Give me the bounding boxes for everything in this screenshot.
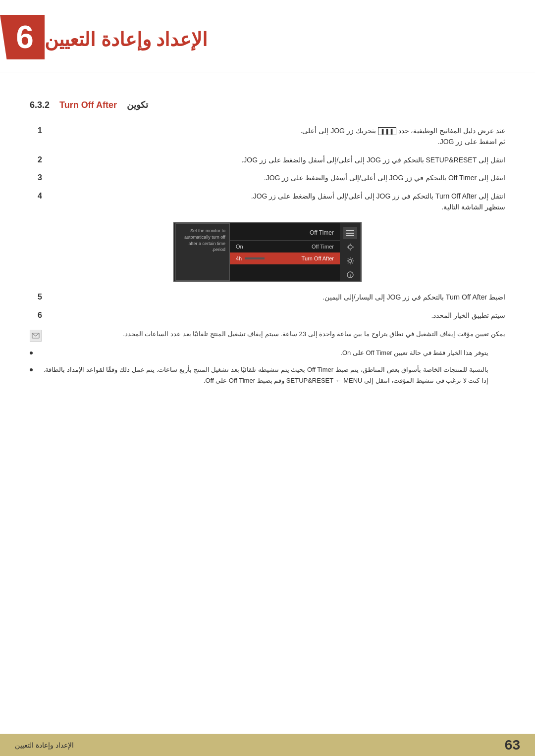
page-header: الإعداد وإعادة التعيين 6 [0, 0, 535, 69]
note-1-text: يمكن تعيين مؤقت إيقاف التشغيل في نطاق يت… [47, 329, 505, 340]
monitor-ui: i Off Timer Off Timer On Turn Off After [173, 222, 362, 282]
bullet-dot-3 [30, 368, 33, 371]
note-3-text: بالنسبة للمنتجات الخاصة بأسواق بعض المنا… [38, 364, 488, 386]
step-2-text: انتقل إلى SETUP&RESET بالتحكم في زر JOG … [48, 154, 505, 165]
monitor-sidebar: i [340, 223, 361, 281]
menu-item-off-timer: Off Timer On [230, 241, 340, 252]
step-number-3: 3 [30, 172, 42, 182]
menu-item-off-timer-label: Off Timer [312, 244, 334, 250]
menu-item-turn-off-after: Turn Off After 4h [230, 252, 340, 264]
step-4-text: انتقل إلى Turn Off After بالتحكم في زر J… [48, 191, 505, 213]
menu-header: Off Timer [230, 227, 340, 241]
chapter-number: 6 [16, 19, 34, 55]
content-area: عند عرض دليل المفاتيح الوظيفية، حدد ❚❚❚ … [0, 120, 535, 404]
chapter-number-box: 6 [0, 15, 45, 59]
step-4: انتقل إلى Turn Off After بالتحكم في زر J… [30, 191, 505, 213]
section-heading: تكوين Turn Off After 6.3.2 [0, 85, 535, 120]
menu-item-off-timer-value: On [236, 244, 243, 250]
step-number-4: 4 [30, 191, 42, 201]
monitor-screenshot: i Off Timer Off Timer On Turn Off After [163, 222, 372, 282]
chapter-title: الإعداد وإعادة التعيين [45, 24, 217, 50]
step-number-2: 2 [30, 154, 42, 164]
sidebar-icon-menu [343, 227, 357, 239]
section-number: 6.3.2 [30, 100, 50, 110]
svg-point-8 [349, 259, 352, 262]
note-icon-1 [30, 330, 42, 342]
svg-rect-2 [346, 235, 354, 236]
note-2-text: يتوفر هذا الخيار فقط في حالة تعيين Off T… [38, 348, 488, 358]
footer-title: الإعداد وإعادة التعيين [15, 741, 74, 749]
svg-text:i: i [349, 273, 350, 278]
step-2: انتقل إلى SETUP&RESET بالتحكم في زر JOG … [30, 154, 505, 165]
step-5: اضبط Turn Off After بالتحكم في زر JOG إل… [30, 292, 505, 302]
menu-item-turn-off-after-label: Turn Off After [302, 255, 334, 261]
step-6: سيتم تطبيق الخيار المحدد. 6 [30, 310, 505, 321]
svg-rect-1 [346, 233, 354, 234]
step-6-text: سيتم تطبيق الخيار المحدد. [48, 310, 505, 321]
step-3: انتقل إلى Off Timer بالتحكم في زر JOG إل… [30, 172, 505, 183]
step-5-text: اضبط Turn Off After بالتحكم في زر JOG إل… [48, 292, 505, 302]
section-title-ar: تكوين [127, 100, 148, 110]
monitor-tooltip: Set the monitor to automatically turn of… [175, 223, 230, 281]
sidebar-icon-brightness [343, 241, 357, 253]
sidebar-icon-settings [343, 255, 357, 267]
step-number-5: 5 [30, 292, 42, 302]
step-3-text: انتقل إلى Off Timer بالتحكم في زر JOG إل… [48, 172, 505, 183]
menu-item-turn-off-after-value: 4h [236, 255, 242, 261]
notes-section: يمكن تعيين مؤقت إيقاف التشغيل في نطاق يت… [30, 329, 505, 386]
page-footer: 63 الإعداد وإعادة التعيين [0, 734, 535, 756]
step-number-6: 6 [30, 310, 42, 320]
note-3: بالنسبة للمنتجات الخاصة بأسواق بعض المنا… [30, 364, 505, 386]
svg-rect-0 [346, 230, 354, 231]
sidebar-icon-info: i [343, 269, 357, 281]
svg-point-3 [348, 245, 352, 249]
step-1: عند عرض دليل المفاتيح الوظيفية، حدد ❚❚❚ … [30, 125, 505, 148]
monitor-menu: Off Timer Off Timer On Turn Off After 4h [230, 223, 340, 281]
section-title-en: Turn Off After [59, 100, 117, 110]
note-1: يمكن تعيين مؤقت إيقاف التشغيل في نطاق يت… [30, 329, 505, 342]
progress-bar [245, 257, 274, 259]
step-1-text: عند عرض دليل المفاتيح الوظيفية، حدد ❚❚❚ … [48, 125, 505, 148]
bullet-dot-2 [30, 352, 33, 354]
footer-page-number: 63 [505, 737, 520, 753]
menu-item-turn-off-after-bar: 4h [236, 255, 274, 261]
note-2: يتوفر هذا الخيار فقط في حالة تعيين Off T… [30, 348, 505, 358]
header-divider [0, 72, 535, 72]
progress-fill [265, 257, 274, 259]
step-number-1: 1 [30, 125, 42, 135]
